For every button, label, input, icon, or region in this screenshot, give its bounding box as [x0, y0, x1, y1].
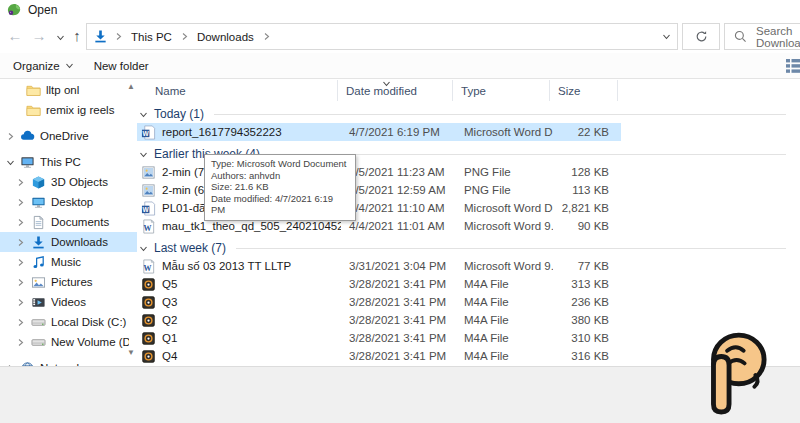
refresh-icon: [694, 29, 709, 44]
chevron-right-icon[interactable]: [16, 278, 25, 287]
forward-button[interactable]: →: [28, 25, 50, 47]
chevron-right-icon[interactable]: [16, 338, 25, 347]
up-button[interactable]: ↑: [66, 25, 88, 47]
file-size-cell: 380 KB: [553, 314, 621, 326]
search-box[interactable]: Search Downloads: [724, 23, 800, 50]
sidebar-item-3d-objects[interactable]: 3D Objects: [0, 172, 137, 192]
chevron-right-icon[interactable]: [16, 218, 25, 227]
organize-button[interactable]: Organize: [0, 53, 84, 78]
file-name-cell[interactable]: report_1617794352223: [141, 125, 341, 140]
sidebar-item-label: This PC: [40, 156, 129, 168]
file-row[interactable]: Q43/28/2021 3:41 PMM4A File316 KB: [137, 347, 621, 365]
disk-icon: [31, 335, 46, 350]
group-rule: [214, 114, 786, 115]
scroll-up-arrow[interactable]: ▲: [126, 82, 136, 92]
chevron-right-icon: [114, 32, 123, 41]
folder-icon: [26, 83, 41, 98]
sidebar-item-videos[interactable]: Videos: [0, 292, 137, 312]
sidebar-item-remix-ig-reels[interactable]: remix ig reels: [0, 100, 137, 120]
new-folder-button[interactable]: New folder: [84, 53, 159, 78]
group-rule: [236, 248, 786, 249]
chevron-right-icon[interactable]: [16, 318, 25, 327]
breadcrumb-this-pc[interactable]: This PC: [129, 29, 174, 45]
sidebar-item-downloads[interactable]: Downloads: [0, 232, 137, 252]
group-header[interactable]: Today (1): [137, 105, 800, 123]
tooltip-date-line: Date modified: 4/7/2021 6:19 PM: [211, 193, 349, 216]
sidebar-item-pictures[interactable]: Pictures: [0, 272, 137, 292]
organize-label: Organize: [13, 60, 60, 72]
file-row[interactable]: Q53/28/2021 3:41 PMM4A File313 KB: [137, 275, 621, 293]
chevron-down-icon[interactable]: [6, 158, 15, 167]
date-modified-cell: 4/4/2021 11:01 AM: [341, 220, 456, 232]
word-file-icon: [141, 201, 156, 216]
date-modified-cell: 3/28/2021 3:41 PM: [341, 332, 456, 344]
sidebar-item-network[interactable]: Network: [0, 358, 137, 366]
file-type-cell: M4A File: [456, 278, 553, 290]
chevron-right-icon: [180, 32, 189, 41]
date-modified-cell: 3/28/2021 3:41 PM: [341, 314, 456, 326]
file-name-cell[interactable]: Q3: [141, 295, 341, 310]
window-title: Open: [28, 3, 57, 17]
downloads-location-icon: [93, 29, 108, 44]
column-date-modified[interactable]: Date modified: [337, 80, 452, 101]
date-modified-cell: 3/28/2021 3:41 PM: [341, 296, 456, 308]
file-row[interactable]: Q13/28/2021 3:41 PMM4A File310 KB: [137, 329, 621, 347]
breadcrumb-downloads[interactable]: Downloads: [195, 29, 256, 45]
file-row[interactable]: Q33/28/2021 3:41 PMM4A File236 KB: [137, 293, 621, 311]
back-button[interactable]: ←: [4, 25, 26, 47]
sidebar-item-music[interactable]: Music: [0, 252, 137, 272]
refresh-button[interactable]: [682, 23, 720, 50]
address-dropdown-chevron[interactable]: [662, 32, 671, 41]
column-spacer: [617, 80, 800, 101]
m4a-file-icon: [141, 277, 156, 292]
chevron-down-icon: [139, 150, 148, 159]
chevron-down-icon: [139, 244, 148, 253]
column-type[interactable]: Type: [452, 80, 549, 101]
details-view-icon[interactable]: [786, 59, 800, 73]
chevron-right-icon[interactable]: [6, 132, 15, 141]
file-name-text: Mẫu số 03 2013 TT LLTP: [162, 260, 291, 272]
column-size[interactable]: Size: [549, 80, 617, 101]
chevron-right-icon[interactable]: [16, 298, 25, 307]
date-modified-cell: 3/28/2021 3:41 PM: [341, 278, 456, 290]
file-name-cell[interactable]: mau_tk1_theo_qd_505_2402104524: [141, 219, 341, 234]
file-name-cell[interactable]: Q5: [141, 277, 341, 292]
file-row[interactable]: Mẫu số 03 2013 TT LLTP3/31/2021 3:04 PMM…: [137, 257, 621, 275]
file-name-cell[interactable]: Q1: [141, 331, 341, 346]
chevron-right-icon: [262, 32, 271, 41]
chevron-right-icon[interactable]: [16, 198, 25, 207]
file-size-cell: 113 KB: [553, 184, 621, 196]
file-name-cell[interactable]: Q2: [141, 313, 341, 328]
file-type-cell: M4A File: [456, 332, 553, 344]
file-size-cell: 128 KB: [553, 166, 621, 178]
chevron-right-icon[interactable]: [16, 238, 25, 247]
file-name-text: mau_tk1_theo_qd_505_2402104524: [162, 220, 341, 232]
sidebar-item-lltp-onl[interactable]: lltp onl: [0, 80, 137, 100]
group-header[interactable]: Last week (7): [137, 239, 800, 257]
breadcrumb[interactable]: This PC Downloads: [86, 23, 678, 50]
file-row[interactable]: Q23/28/2021 3:41 PMM4A File380 KB: [137, 311, 621, 329]
sidebar-item-label: Desktop: [51, 196, 129, 208]
file-type-cell: PNG File: [456, 184, 553, 196]
sidebar-item-desktop[interactable]: Desktop: [0, 192, 137, 212]
file-name-text: Q2: [162, 314, 177, 326]
desktop-icon: [31, 195, 46, 210]
sidebar-item-documents[interactable]: Documents: [0, 212, 137, 232]
chevron-right-icon[interactable]: [16, 258, 25, 267]
column-name[interactable]: Name: [137, 80, 337, 101]
file-name-cell[interactable]: Q4: [141, 349, 341, 364]
documents-icon: [31, 215, 46, 230]
group-label: Today (1): [154, 107, 204, 121]
sidebar-item-local-disk-c-[interactable]: Local Disk (C:): [0, 312, 137, 332]
file-row[interactable]: report_16177943522234/7/2021 6:19 PMMicr…: [137, 123, 621, 141]
recent-locations-chevron[interactable]: [56, 33, 65, 42]
scroll-down-arrow[interactable]: ▼: [126, 348, 136, 358]
sidebar-item-label: Videos: [51, 296, 129, 308]
file-name-cell[interactable]: Mẫu số 03 2013 TT LLTP: [141, 259, 341, 274]
chevron-right-icon[interactable]: [16, 178, 25, 187]
sidebar-item-label: Documents: [51, 216, 129, 228]
sidebar-item-onedrive[interactable]: OneDrive: [0, 126, 137, 146]
file-size-cell: 22 KB: [553, 126, 621, 138]
sidebar-item-this-pc[interactable]: This PC: [0, 152, 137, 172]
sidebar-item-new-volume-d-[interactable]: New Volume (D:): [0, 332, 137, 352]
